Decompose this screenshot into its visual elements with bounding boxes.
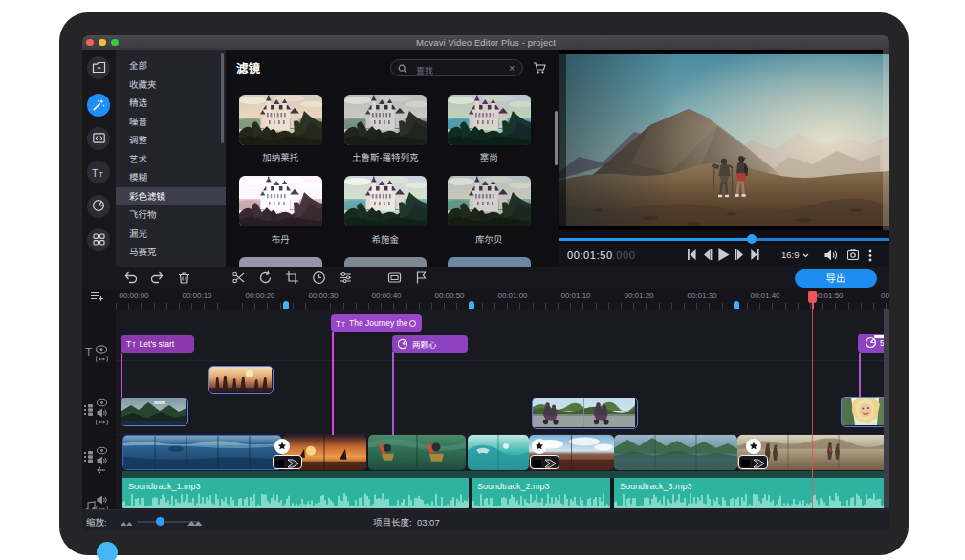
svg-text:T: T bbox=[336, 319, 340, 328]
svg-text:T: T bbox=[132, 341, 136, 348]
svg-text:T: T bbox=[92, 166, 99, 178]
svg-text:T: T bbox=[126, 339, 131, 348]
svg-text:T: T bbox=[341, 321, 345, 328]
svg-text:T: T bbox=[99, 169, 103, 178]
